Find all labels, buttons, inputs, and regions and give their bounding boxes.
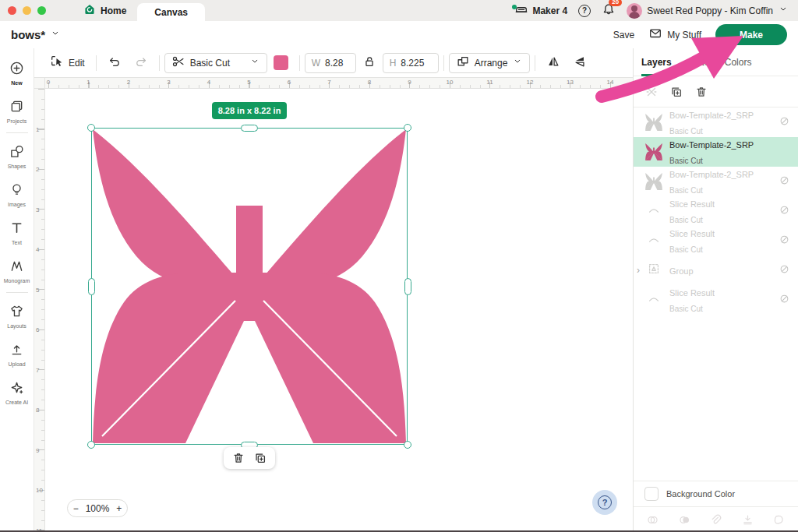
layouts-icon <box>9 304 24 322</box>
sidebar-item-monogram[interactable]: Monogram <box>4 259 30 284</box>
zoom-level: 100% <box>86 503 110 514</box>
flip-horizontal-button[interactable] <box>540 55 567 71</box>
edit-select-icon <box>50 55 64 71</box>
selection-bounding-box[interactable] <box>91 128 408 445</box>
selection-handle-bottom-right[interactable] <box>404 441 411 449</box>
flatten-tool-button[interactable] <box>741 513 754 527</box>
ruler-left: 1234567891011 <box>34 89 45 532</box>
linetype-value: Basic Cut <box>190 58 245 69</box>
chevron-down-icon <box>778 4 789 17</box>
arrange-dropdown[interactable]: Arrange <box>449 53 531 73</box>
sidebar-item-images[interactable]: Images <box>8 182 26 207</box>
ruler-top-number: 5 <box>247 79 250 86</box>
tab-layers[interactable]: Layers <box>641 48 672 76</box>
selection-action-bar <box>224 447 275 469</box>
visibility-off-icon[interactable] <box>779 204 790 219</box>
ruler-top-number: 6 <box>288 79 291 86</box>
notification-badge: 20 <box>609 0 622 6</box>
selection-handle-top-center[interactable] <box>241 125 258 132</box>
layer-thumbnail <box>644 231 663 250</box>
undo-button[interactable] <box>101 55 128 71</box>
divider <box>159 55 160 71</box>
make-button[interactable]: Make <box>715 24 787 45</box>
delete-layer-button[interactable] <box>694 85 708 99</box>
height-input[interactable]: H 8.225 <box>383 53 439 73</box>
attach-tool-button[interactable] <box>709 513 722 527</box>
sidebar-item-layouts[interactable]: Layouts <box>7 304 26 329</box>
arrange-icon <box>456 55 470 71</box>
tab-canvas[interactable]: Canvas <box>137 3 205 21</box>
selection-handle-top-left[interactable] <box>87 124 95 132</box>
flip-horizontal-icon <box>546 55 560 71</box>
contour-tool-button[interactable] <box>772 513 786 527</box>
layer-row-4[interactable]: Slice ResultBasic Cut <box>634 226 798 255</box>
sidebar-item-new[interactable]: New <box>9 61 24 86</box>
help-bubble-button[interactable]: ? <box>592 490 617 515</box>
redo-button[interactable] <box>128 55 154 71</box>
duplicate-selection-button[interactable] <box>253 451 267 465</box>
notifications-button[interactable]: 20 <box>602 2 616 19</box>
ruler-left-number: 10 <box>36 487 43 494</box>
help-icon[interactable]: ? <box>578 5 591 17</box>
background-color-swatch[interactable] <box>644 487 659 501</box>
chevron-down-icon <box>249 56 260 69</box>
selection-handle-middle-left[interactable] <box>88 278 95 295</box>
sidebar-item-label: Shapes <box>8 164 26 169</box>
layer-thumbnail <box>644 202 663 220</box>
visibility-off-icon[interactable] <box>779 174 790 189</box>
width-input[interactable]: W 8.28 <box>305 53 356 73</box>
tab-home[interactable]: Home <box>72 0 137 21</box>
sidebar-item-create-ai[interactable]: Create AI <box>5 380 28 405</box>
edit-button[interactable]: Edit <box>44 55 91 71</box>
lock-icon <box>362 55 376 71</box>
linetype-dropdown[interactable]: Basic Cut <box>164 53 267 73</box>
slice-tool-button[interactable] <box>646 513 659 527</box>
aspect-lock-button[interactable] <box>356 55 383 71</box>
expand-group-chevron[interactable]: › <box>637 265 640 276</box>
machine-name: Maker 4 <box>532 5 567 16</box>
maximize-window-button[interactable] <box>37 6 46 15</box>
sidebar-item-upload[interactable]: Upload <box>8 342 25 367</box>
selection-handle-bottom-left[interactable] <box>87 441 95 449</box>
slice-layers-button[interactable] <box>644 85 659 99</box>
background-color-row[interactable]: Background Color <box>634 481 798 506</box>
layer-row-5[interactable]: ›Group <box>634 255 798 285</box>
duplicate-layer-button[interactable] <box>669 85 683 99</box>
layer-thumbnail <box>644 172 663 191</box>
selection-handle-top-right[interactable] <box>404 124 411 132</box>
account-menu[interactable]: Sweet Red Poppy - Kim Coffin <box>627 3 789 19</box>
layer-row-3[interactable]: Slice ResultBasic Cut <box>634 196 798 226</box>
visibility-off-icon[interactable] <box>779 293 790 308</box>
visibility-off-icon[interactable] <box>779 115 790 130</box>
text-icon <box>9 220 24 238</box>
my-stuff-button[interactable]: My Stuff <box>648 26 701 43</box>
selection-handle-middle-right[interactable] <box>404 278 411 295</box>
bell-icon <box>602 8 616 19</box>
zoom-in-button[interactable]: + <box>116 503 122 514</box>
project-name-menu[interactable]: bows* <box>11 28 61 41</box>
ruler-left-number: 5 <box>36 286 39 293</box>
machine-selector[interactable]: Maker 4 <box>514 2 567 19</box>
ruler-top-number: 7 <box>327 79 330 86</box>
tab-material-colors[interactable]: Material Colors <box>689 48 752 76</box>
layer-row-6[interactable]: Slice ResultBasic Cut <box>634 285 798 315</box>
layer-row-1[interactable]: Bow-Template-2_SRPBasic Cut <box>634 137 798 167</box>
layer-row-0[interactable]: Bow-Template-2_SRPBasic Cut <box>634 107 798 137</box>
color-swatch-button[interactable] <box>267 55 295 70</box>
window-controls[interactable] <box>8 6 46 15</box>
visibility-off-icon[interactable] <box>779 234 790 248</box>
sidebar-item-text[interactable]: Text <box>9 220 24 245</box>
layer-thumbnail <box>644 143 663 161</box>
delete-selection-button[interactable] <box>231 451 245 465</box>
zoom-out-button[interactable]: − <box>73 503 79 514</box>
layer-row-2[interactable]: Bow-Template-2_SRPBasic Cut <box>634 167 798 196</box>
sidebar-item-shapes[interactable]: Shapes <box>8 144 26 169</box>
minimize-window-button[interactable] <box>23 6 31 15</box>
flip-vertical-button[interactable] <box>567 55 593 71</box>
close-window-button[interactable] <box>8 6 16 15</box>
save-button[interactable]: Save <box>613 30 634 41</box>
images-icon <box>9 182 24 200</box>
combine-tool-button[interactable] <box>678 513 691 527</box>
sidebar-item-projects[interactable]: Projects <box>7 99 26 124</box>
visibility-off-icon[interactable] <box>779 263 790 278</box>
